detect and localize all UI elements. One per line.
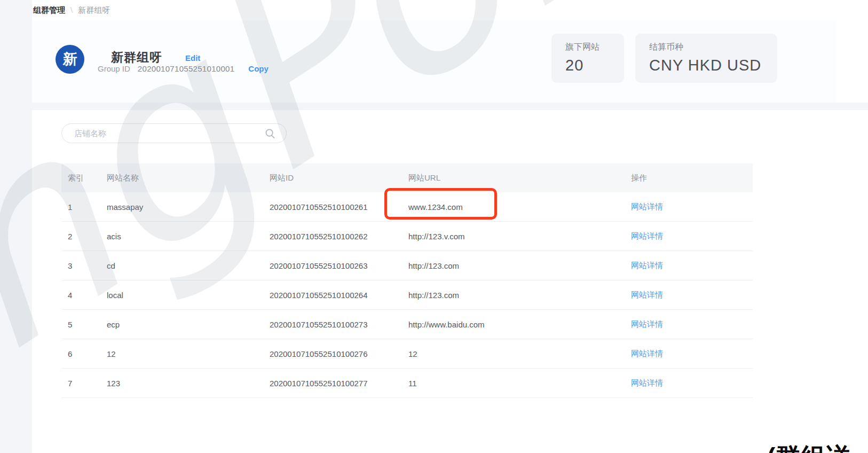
table-row: 3cd2020010710552510100263http://123.com网…: [61, 251, 753, 280]
cell-id: 2020010710552510100273: [270, 320, 408, 329]
website-detail-link[interactable]: 网站详情: [631, 378, 663, 387]
stat-label: 结算币种: [649, 42, 763, 53]
breadcrumb-root[interactable]: 组群管理: [33, 5, 65, 14]
stat-label: 旗下网站: [565, 42, 610, 53]
page: IngPor 组群管理\新群组呀 新 新群组呀 Edit Group ID202…: [0, 0, 868, 453]
group-avatar: 新: [56, 45, 84, 74]
group-id-label: Group ID: [98, 64, 130, 73]
cell-id: 2020010710552510100276: [270, 349, 408, 358]
cell-index: 1: [61, 202, 107, 212]
col-header-name: 网站名称: [107, 173, 270, 183]
cell-url: 11: [408, 379, 631, 388]
table-body: 1massapay2020010710552510100261www.1234.…: [61, 192, 753, 398]
website-detail-link[interactable]: 网站详情: [631, 319, 663, 329]
annotation-note: (群组详: [767, 441, 851, 453]
stat-value: 20: [565, 57, 610, 74]
website-list-card: 索引 网站名称 网站ID 网站URL 操作 1massapay202001071…: [32, 110, 868, 453]
col-header-id: 网站ID: [270, 173, 408, 183]
website-table: 索引 网站名称 网站ID 网站URL 操作 1massapay202001071…: [61, 163, 753, 398]
search-box: [61, 123, 287, 143]
cell-url: http://www.baidu.com: [408, 320, 631, 329]
table-row: 7123202001071055251010027711网站详情: [61, 369, 753, 398]
cell-index: 5: [61, 320, 107, 329]
cell-url: www.1234.com: [408, 202, 631, 212]
cell-index: 3: [61, 261, 107, 270]
col-header-index: 索引: [61, 173, 107, 183]
breadcrumb: 组群管理\新群组呀: [33, 5, 110, 15]
cell-url: http://123.com: [408, 261, 631, 270]
cell-name: 123: [107, 379, 270, 388]
cell-id: 2020010710552510100264: [270, 291, 408, 300]
table-row: 5ecp2020010710552510100273http://www.bai…: [61, 310, 753, 339]
website-detail-link[interactable]: 网站详情: [631, 231, 663, 240]
cell-name: ecp: [107, 320, 270, 329]
cell-url: http://123.com: [408, 291, 631, 300]
cell-id: 2020010710552510100261: [270, 202, 408, 212]
stat-card-currencies: 结算币种 CNY HKD USD: [635, 34, 777, 83]
copy-button[interactable]: Copy: [248, 64, 269, 73]
group-id-row: Group ID202001071055251010001Copy: [98, 64, 269, 73]
cell-name: massapay: [107, 202, 270, 212]
stat-card-websites: 旗下网站 20: [551, 34, 624, 83]
cell-index: 2: [61, 232, 107, 241]
table-row: 4local2020010710552510100264http://123.c…: [61, 280, 753, 310]
cell-url: 12: [408, 349, 631, 358]
edit-button[interactable]: Edit: [185, 53, 200, 63]
search-icon[interactable]: [265, 128, 286, 139]
cell-id: 2020010710552510100277: [270, 379, 408, 388]
cell-name: local: [107, 291, 270, 300]
website-detail-link[interactable]: 网站详情: [631, 349, 663, 358]
cell-url: http://123.v.com: [408, 232, 631, 241]
cell-name: 12: [107, 349, 270, 358]
cell-id: 2020010710552510100263: [270, 261, 408, 270]
col-header-action: 操作: [631, 173, 753, 183]
left-gutter: [0, 0, 32, 453]
table-row: 612202001071055251010027612网站详情: [61, 339, 753, 369]
website-detail-link[interactable]: 网站详情: [631, 261, 663, 270]
table-header-row: 索引 网站名称 网站ID 网站URL 操作: [61, 163, 753, 192]
cell-index: 4: [61, 291, 107, 300]
cell-index: 6: [61, 349, 107, 358]
breadcrumb-separator: \: [70, 5, 73, 14]
website-detail-link[interactable]: 网站详情: [631, 290, 663, 299]
cell-name: cd: [107, 261, 270, 270]
stat-value: CNY HKD USD: [649, 57, 763, 74]
breadcrumb-current: 新群组呀: [78, 5, 110, 14]
table-row: 1massapay2020010710552510100261www.1234.…: [61, 192, 753, 222]
search-input[interactable]: [62, 129, 265, 138]
col-header-url: 网站URL: [408, 173, 631, 183]
section-divider: [32, 103, 868, 110]
cell-name: acis: [107, 232, 270, 241]
group-title: 新群组呀: [111, 49, 162, 66]
group-id-value: 202001071055251010001: [138, 64, 235, 73]
table-row: 2acis2020010710552510100262http://123.v.…: [61, 222, 753, 251]
cell-index: 7: [61, 379, 107, 388]
cell-id: 2020010710552510100262: [270, 232, 408, 241]
website-detail-link[interactable]: 网站详情: [631, 202, 663, 211]
group-header-card: 新 新群组呀 Edit Group ID20200107105525101000…: [32, 20, 836, 103]
